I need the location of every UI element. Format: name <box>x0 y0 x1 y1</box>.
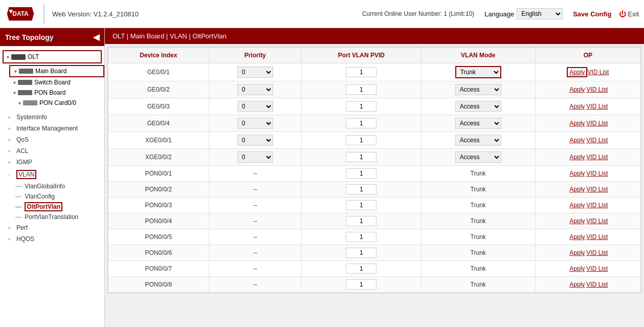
menu-qos[interactable]: + QoS <box>0 134 104 145</box>
apply-button-10[interactable]: Apply <box>568 233 586 241</box>
pvid-input-13[interactable] <box>346 279 376 290</box>
mode-select-4[interactable]: TrunkAccessHybrid <box>455 135 501 146</box>
cell-op-3: ApplyVID List <box>535 115 640 132</box>
pvid-input-5[interactable] <box>346 152 376 162</box>
cell-op-5: ApplyVID List <box>535 149 640 166</box>
cell-device-5: XGE0/0/2 <box>108 149 209 166</box>
exit-button[interactable]: ⏻ Exit <box>619 10 639 18</box>
apply-button-11[interactable]: Apply <box>568 249 586 256</box>
vid-list-link-9[interactable]: VID List <box>586 217 608 225</box>
interface-label: Interface Management <box>16 125 78 132</box>
apply-button-12[interactable]: Apply <box>568 265 586 272</box>
priority-select-0[interactable]: 01234567 <box>237 67 273 78</box>
vid-list-link-7[interactable]: VID List <box>586 186 608 193</box>
cell-priority-9: -- <box>209 213 301 229</box>
vid-list-link-4[interactable]: VID List <box>586 137 608 144</box>
apply-button-2[interactable]: Apply <box>568 103 586 110</box>
pvid-input-11[interactable] <box>346 248 376 258</box>
menu-vlan[interactable]: − VLAN <box>0 168 104 181</box>
pvid-input-4[interactable] <box>346 135 376 145</box>
apply-button-4[interactable]: Apply <box>568 137 586 144</box>
vid-list-link-6[interactable]: VID List <box>586 170 608 177</box>
apply-button-5[interactable]: Apply <box>568 154 586 161</box>
pvid-input-6[interactable] <box>346 168 376 179</box>
priority-select-5[interactable]: 01234567 <box>237 151 273 163</box>
tree-section: ▾ OLT ▾ Main Board ▾ Switch Board ▾ PON … <box>0 46 104 111</box>
priority-select-4[interactable]: 01234567 <box>237 135 273 146</box>
menu-olt-port-vlan[interactable]: — OltPortVlan <box>0 202 104 212</box>
vid-list-link-0[interactable]: VID List <box>587 69 609 76</box>
switch-board-node[interactable]: ▾ Switch Board <box>9 77 104 88</box>
priority-select-3[interactable]: 01234567 <box>237 118 273 129</box>
cell-mode-3: TrunkAccessHybrid <box>421 115 535 132</box>
cell-device-1: GE0/0/2 <box>108 81 209 98</box>
cell-pvid-4 <box>301 132 421 149</box>
olt-node[interactable]: ▾ OLT <box>3 50 102 63</box>
menu-vlan-global-info[interactable]: — VlanGlobalInfo <box>0 181 104 191</box>
mode-select-1[interactable]: TrunkAccessHybrid <box>455 84 501 95</box>
mode-select-3[interactable]: TrunkAccessHybrid <box>455 118 501 129</box>
mode-select-5[interactable]: TrunkAccessHybrid <box>455 151 501 163</box>
vid-list-link-12[interactable]: VID List <box>586 265 608 272</box>
apply-button-13[interactable]: Apply <box>568 281 586 288</box>
cell-op-7: ApplyVID List <box>535 182 640 198</box>
sidebar: Tree Topology ◀ ▾ OLT ▾ Main Board ▾ Swi… <box>0 28 105 327</box>
pvid-input-10[interactable] <box>346 232 376 242</box>
menu-perf[interactable]: + Perf <box>0 222 104 233</box>
apply-button-0[interactable]: Apply <box>567 67 587 77</box>
mode-select-0[interactable]: TrunkAccessHybrid <box>455 66 501 78</box>
save-config-link[interactable]: Save Config <box>573 10 611 18</box>
cell-pvid-0 <box>301 63 421 81</box>
table-row: PON0/0/3--TrunkApplyVID List <box>108 198 641 213</box>
vid-list-link-2[interactable]: VID List <box>586 103 608 110</box>
menu-system-info[interactable]: + SystemInfo <box>0 112 104 123</box>
menu-igmp[interactable]: + IGMP <box>0 157 104 168</box>
pvid-input-2[interactable] <box>346 101 376 112</box>
apply-button-9[interactable]: Apply <box>568 217 586 225</box>
pvid-input-1[interactable] <box>346 84 376 95</box>
vid-list-link-1[interactable]: VID List <box>586 86 608 93</box>
table-row: XGE0/0/101234567TrunkAccessHybridApplyVI… <box>108 132 641 149</box>
mode-text-6: Trunk <box>471 170 486 177</box>
vid-list-link-13[interactable]: VID List <box>586 281 608 288</box>
cell-op-2: ApplyVID List <box>535 98 640 115</box>
priority-select-2[interactable]: 01234567 <box>237 101 273 112</box>
menu-interface-management[interactable]: + Interface Management <box>0 123 104 134</box>
pon-card-expand-icon: ▾ <box>18 100 21 106</box>
menu-acl[interactable]: + ACL <box>0 145 104 157</box>
pon-card-node[interactable]: ▾ PON Card0/0 <box>14 98 104 108</box>
menu-hqos[interactable]: + HQOS <box>0 233 104 245</box>
menu-port-vlan-translation[interactable]: — PortVlanTranslation <box>0 212 104 222</box>
cell-device-9: PON0/0/4 <box>108 213 209 229</box>
pvid-input-12[interactable] <box>346 264 376 274</box>
vid-list-link-5[interactable]: VID List <box>586 154 608 161</box>
pvid-input-8[interactable] <box>346 200 376 210</box>
main-board-node[interactable]: ▾ Main Board <box>9 65 104 77</box>
pon-board-node[interactable]: ▾ PON Board <box>9 88 104 98</box>
pvid-input-9[interactable] <box>346 216 376 226</box>
pvid-input-7[interactable] <box>346 184 376 194</box>
priority-select-1[interactable]: 01234567 <box>237 84 273 95</box>
switch-board-label: Switch Board <box>34 79 71 86</box>
vid-list-link-3[interactable]: VID List <box>586 120 608 127</box>
apply-button-8[interactable]: Apply <box>568 202 586 209</box>
cell-op-6: ApplyVID List <box>535 166 640 182</box>
cell-mode-4: TrunkAccessHybrid <box>421 132 535 149</box>
vid-list-link-11[interactable]: VID List <box>586 249 608 256</box>
menu-vlan-config[interactable]: — VlanConfig <box>0 191 104 202</box>
apply-button-3[interactable]: Apply <box>568 120 586 127</box>
cell-op-11: ApplyVID List <box>535 245 640 261</box>
cell-pvid-3 <box>301 115 421 132</box>
pon-board-label: PON Board <box>34 89 65 96</box>
apply-button-7[interactable]: Apply <box>568 186 586 193</box>
mode-select-2[interactable]: TrunkAccessHybrid <box>455 101 501 112</box>
vid-list-link-10[interactable]: VID List <box>586 233 608 241</box>
pvid-input-0[interactable] <box>346 67 376 77</box>
vid-list-link-8[interactable]: VID List <box>586 202 608 209</box>
language-select[interactable]: English 中文 <box>517 8 563 19</box>
apply-button-1[interactable]: Apply <box>568 86 586 93</box>
sidebar-toggle[interactable]: ◀ <box>93 32 99 42</box>
cell-pvid-7 <box>301 182 421 198</box>
pvid-input-3[interactable] <box>346 118 376 128</box>
apply-button-6[interactable]: Apply <box>568 170 586 177</box>
